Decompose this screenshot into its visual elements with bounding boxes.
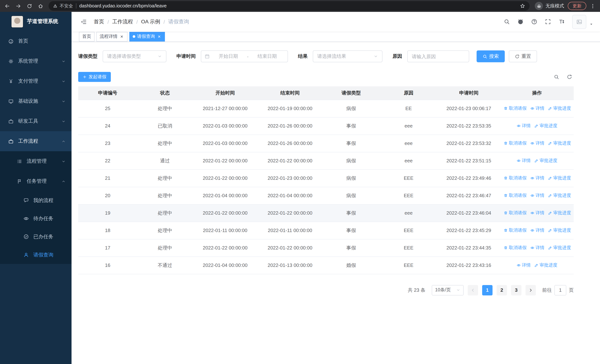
toggle-search-icon[interactable] — [554, 74, 559, 80]
tab-process-detail[interactable]: 流程详情× — [96, 32, 128, 41]
help-icon[interactable] — [531, 19, 537, 25]
cell-actions: 取消请假详情审批进度 — [500, 135, 574, 152]
github-icon[interactable] — [517, 19, 524, 25]
goto-page-input[interactable] — [554, 285, 566, 295]
browser-update-button[interactable]: 更新 — [568, 2, 586, 10]
row-action-cancel[interactable]: 取消请假 — [504, 227, 527, 233]
page-size-select[interactable]: 10条/页 — [432, 285, 464, 295]
page-button-1[interactable]: 1 — [482, 285, 493, 295]
row-action-progress[interactable]: 审批进度 — [548, 175, 571, 181]
breadcrumb-item[interactable]: 首页 — [94, 18, 104, 25]
forward-icon[interactable] — [16, 3, 21, 9]
reload-icon[interactable] — [27, 3, 32, 9]
breadcrumb-item[interactable]: 工作流程 — [112, 18, 133, 25]
cell-leave-type: 事假 — [322, 135, 380, 152]
sidebar-collapse-icon[interactable] — [80, 18, 87, 25]
sidebar-item-workflow[interactable]: 工作流程 — [0, 131, 72, 151]
row-action-progress[interactable]: 审批进度 — [534, 262, 557, 268]
row-action-progress[interactable]: 审批进度 — [548, 140, 571, 146]
close-icon[interactable]: × — [119, 34, 124, 39]
refresh-table-icon[interactable] — [567, 74, 572, 80]
date-separator: - — [247, 54, 249, 59]
caret-down-icon[interactable] — [589, 22, 593, 26]
sidebar-item-process-mgmt[interactable]: 流程管理 — [0, 151, 72, 171]
row-action-progress[interactable]: 审批进度 — [534, 123, 557, 129]
page-button-2[interactable]: 2 — [497, 285, 507, 295]
row-action-detail[interactable]: 详情 — [530, 245, 544, 251]
result-select[interactable]: 请选择流结果 — [313, 50, 383, 62]
fontsize-icon[interactable] — [559, 19, 565, 25]
browser-window: 不安全 dashboard.yudao.iocoder.cn/bpm/oa/le… — [0, 0, 600, 364]
back-icon[interactable] — [4, 3, 10, 9]
row-action-cancel[interactable]: 取消请假 — [504, 175, 527, 181]
edit-icon — [548, 194, 552, 197]
sidebar-item-my-process[interactable]: 我的流程 — [0, 191, 72, 209]
row-action-progress[interactable]: 审批进度 — [548, 210, 571, 216]
avatar[interactable] — [572, 15, 586, 29]
row-action-progress[interactable]: 审批进度 — [534, 158, 557, 164]
breadcrumb-item[interactable]: OA 示例 — [141, 18, 160, 25]
row-action-detail[interactable]: 详情 — [517, 123, 531, 129]
cell-reason: EEE — [380, 187, 437, 204]
page-button-3[interactable]: 3 — [511, 285, 521, 295]
chevron-down-icon — [62, 159, 66, 163]
row-action-cancel[interactable]: 取消请假 — [504, 140, 527, 146]
row-action-detail[interactable]: 详情 — [530, 175, 544, 181]
start-date-placeholder[interactable]: 开始日期 — [211, 53, 245, 60]
cell-id: 23 — [78, 135, 137, 152]
security-status[interactable]: 不安全 — [53, 3, 73, 9]
next-page-button[interactable] — [525, 285, 536, 295]
row-action-cancel[interactable]: 取消请假 — [504, 192, 527, 199]
reason-input[interactable] — [407, 50, 469, 62]
row-action-cancel[interactable]: 取消请假 — [504, 245, 527, 251]
tab-home[interactable]: 首页 — [79, 32, 94, 41]
cell-apply-time: 2022-01-22 23:49:46 — [437, 169, 500, 187]
sidebar-item-done-tasks[interactable]: 已办任务 — [0, 228, 72, 246]
prev-page-button[interactable] — [468, 285, 478, 295]
row-action-progress[interactable]: 审批进度 — [548, 227, 571, 233]
action-label: 审批进度 — [553, 105, 571, 112]
app-logo[interactable]: 芋道管理系统 — [0, 12, 72, 31]
row-action-cancel[interactable]: 取消请假 — [504, 210, 527, 216]
row-action-progress[interactable]: 审批进度 — [548, 105, 571, 112]
end-date-placeholder[interactable]: 结束日期 — [250, 53, 284, 60]
bookmark-star-icon[interactable] — [520, 3, 525, 9]
sidebar-item-system[interactable]: 系统管理 — [0, 51, 72, 71]
cell-apply-time: 2022-01-22 23:45:29 — [437, 222, 500, 239]
action-label: 取消请假 — [509, 192, 527, 199]
apply-time-range-picker[interactable]: 开始日期 - 结束日期 — [201, 50, 288, 62]
create-leave-button[interactable]: 发起请假 — [78, 72, 111, 82]
table-tools — [554, 74, 572, 80]
sidebar-item-home[interactable]: 首页 — [0, 31, 72, 51]
reset-button[interactable]: 重置 — [509, 50, 537, 62]
row-action-detail[interactable]: 详情 — [530, 192, 544, 199]
sidebar-item-payment[interactable]: 支付管理 — [0, 71, 72, 91]
tab-leave-query[interactable]: 请假查询× — [129, 32, 165, 41]
fullscreen-icon[interactable] — [545, 19, 551, 25]
row-action-detail[interactable]: 详情 — [530, 227, 544, 233]
row-action-detail[interactable]: 详情 — [517, 158, 531, 164]
row-action-cancel[interactable]: 取消请假 — [504, 105, 527, 112]
home-icon[interactable] — [38, 3, 43, 9]
address-bar[interactable]: 不安全 dashboard.yudao.iocoder.cn/bpm/oa/le… — [48, 1, 530, 11]
row-action-progress[interactable]: 审批进度 — [548, 245, 571, 251]
sidebar-item-infrastructure[interactable]: 基础设施 — [0, 91, 72, 111]
row-action-detail[interactable]: 详情 — [530, 210, 544, 216]
sidebar-item-todo-tasks[interactable]: 待办任务 — [0, 209, 72, 228]
row-action-progress[interactable]: 审批进度 — [548, 192, 571, 199]
cell-id: 21 — [78, 169, 137, 187]
close-icon[interactable]: × — [157, 34, 162, 39]
action-label: 详情 — [535, 210, 544, 216]
row-action-detail[interactable]: 详情 — [517, 262, 531, 268]
browser-menu-icon[interactable] — [590, 3, 596, 9]
row-action-detail[interactable]: 详情 — [530, 105, 544, 112]
search-button[interactable]: 搜索 — [477, 50, 505, 62]
row-action-detail[interactable]: 详情 — [530, 140, 544, 146]
search-icon[interactable] — [504, 19, 510, 25]
sidebar-item-leave-query[interactable]: 请假查询 — [0, 246, 72, 264]
leave-type-select[interactable]: 请选择请假类型 — [103, 50, 166, 62]
breadcrumb-separator: / — [107, 19, 109, 25]
cell-leave-type: 病假 — [322, 169, 380, 187]
sidebar-item-devtools[interactable]: 研发工具 — [0, 111, 72, 131]
sidebar-item-task-mgmt[interactable]: 任务管理 — [0, 171, 72, 191]
